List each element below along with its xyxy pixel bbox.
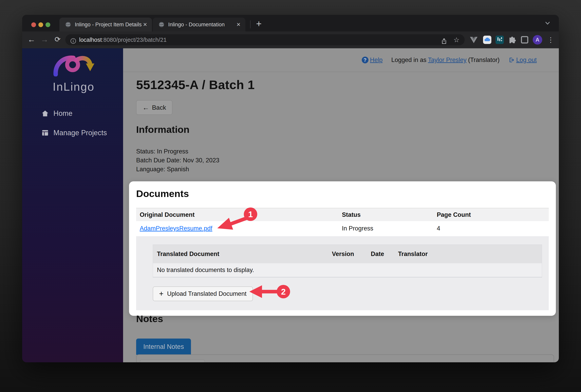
logged-in-prefix: Logged in as	[391, 56, 427, 64]
tab-title: Inlingo - Project Item Details	[75, 22, 143, 28]
sidebar-item-label: Manage Projects	[53, 129, 107, 137]
col-version: Version	[328, 245, 367, 263]
empty-message: No translated documents to display.	[153, 263, 542, 277]
logged-in-status: Logged in as Taylor Presley (Translator)	[391, 56, 500, 64]
user-role: (Translator)	[468, 56, 500, 64]
address-bar[interactable]: localhost:8080/project/23/batch/21 ☆	[65, 34, 465, 45]
table-row: AdamPresleysResume.pdf In Progress 4	[136, 221, 549, 236]
information-heading: Information	[136, 124, 189, 135]
notes-panel	[136, 354, 554, 362]
forward-button[interactable]: →	[39, 32, 50, 48]
row-status: In Progress	[338, 221, 433, 236]
info-language: Language: Spanish	[136, 165, 219, 174]
upload-translated-document-button[interactable]: + Upload Translated Document	[153, 286, 253, 301]
sidebar-item-label: Home	[53, 109, 72, 118]
user-name-link[interactable]: Taylor Presley	[428, 56, 467, 64]
help-link[interactable]: ? Help	[362, 56, 383, 64]
row-page-count: 4	[433, 221, 549, 236]
col-translated-document: Translated Document	[153, 245, 328, 263]
reload-button[interactable]: ⟳	[52, 32, 63, 48]
translations-section: Translated Document Version Date Transla…	[136, 236, 549, 310]
tab-divider	[250, 20, 251, 28]
translated-documents-table: Translated Document Version Date Transla…	[153, 244, 542, 277]
globe-favicon-icon	[158, 22, 165, 28]
browser-toolbar: ← → ⟳ localhost:8080/project/23/batch/21…	[22, 32, 559, 48]
browser-window: Inlingo - Project Item Details ✕ Inlingo…	[22, 15, 559, 362]
col-translator: Translator	[394, 245, 542, 263]
vue-devtools-extension-icon[interactable]	[469, 35, 479, 44]
col-date: Date	[367, 245, 394, 263]
sidebar-nav: Home Manage Projects	[22, 108, 123, 146]
tab-search-chevron-icon[interactable]	[544, 21, 551, 26]
logout-link[interactable]: Log out	[508, 56, 537, 64]
col-status: Status	[338, 208, 433, 221]
information-lines: Status: In Progress Batch Due Date: Nov …	[136, 147, 219, 174]
page-title: 5512345-A / Batch 1	[136, 78, 255, 92]
tab-project-item-details[interactable]: Inlingo - Project Item Details ✕	[59, 18, 152, 32]
icloud-extension-icon[interactable]	[483, 35, 492, 44]
col-original-document: Original Document	[136, 208, 338, 221]
extensions-puzzle-icon[interactable]	[507, 35, 517, 44]
original-document-link[interactable]: AdamPresleysResume.pdf	[140, 225, 212, 232]
info-status: Status: In Progress	[136, 147, 219, 156]
url-path: :8080/project/23/batch/21	[102, 37, 166, 43]
url-host: localhost	[79, 37, 102, 43]
sidebar-item-manage-projects[interactable]: Manage Projects	[41, 127, 123, 138]
upload-label: Upload Translated Document	[167, 290, 247, 297]
documents-card: Documents Original Document Status Page …	[129, 181, 556, 316]
minimize-window-button[interactable]	[38, 22, 43, 27]
inlingo-logo: InLingo	[41, 54, 106, 93]
side-panel-icon[interactable]	[520, 35, 529, 44]
help-icon: ?	[362, 56, 369, 63]
back-page-button[interactable]: ← Back	[136, 100, 172, 115]
info-due-date: Batch Due Date: Nov 30, 2023	[136, 156, 219, 165]
page-header: ? Help Logged in as Taylor Presley (Tran…	[123, 48, 559, 72]
projects-grid-icon	[41, 130, 50, 136]
plus-icon: +	[159, 290, 163, 298]
share-icon[interactable]	[441, 37, 447, 48]
tab-strip: Inlingo - Project Item Details ✕ Inlingo…	[22, 15, 559, 32]
close-window-button[interactable]	[31, 22, 36, 27]
main-content: ? Help Logged in as Taylor Presley (Tran…	[123, 48, 559, 362]
tab-internal-notes[interactable]: Internal Notes	[136, 338, 191, 355]
site-info-icon[interactable]	[70, 37, 76, 48]
app-sidebar: InLingo Home Manage Projects	[22, 48, 123, 362]
notes-panel-button[interactable]	[140, 360, 205, 362]
tab-documentation[interactable]: Inlingo - Documentation ✕	[153, 18, 245, 32]
url-text: localhost:8080/project/23/batch/21	[79, 34, 167, 45]
back-label: Back	[152, 104, 166, 111]
globe-favicon-icon	[65, 22, 71, 28]
empty-row: No translated documents to display.	[153, 263, 542, 277]
brand-wordmark: InLingo	[41, 80, 106, 93]
inlingo-logo-icon	[52, 54, 95, 76]
back-arrow-icon: ←	[142, 104, 149, 112]
profile-avatar[interactable]: A	[533, 35, 542, 44]
sidebar-item-home[interactable]: Home	[41, 108, 123, 119]
tab-close-icon[interactable]: ✕	[236, 22, 241, 28]
col-page-count: Page Count	[433, 208, 549, 221]
home-icon	[41, 110, 50, 117]
teal-extension-icon[interactable]	[495, 35, 505, 44]
documents-heading: Documents	[136, 188, 549, 199]
logout-icon	[508, 57, 514, 63]
zoom-window-button[interactable]	[45, 22, 50, 27]
browser-menu-icon[interactable]: ⋮	[547, 35, 553, 44]
help-label[interactable]: Help	[370, 56, 383, 64]
logout-label[interactable]: Log out	[516, 56, 537, 64]
back-button[interactable]: ←	[26, 32, 37, 48]
tab-title: Inlingo - Documentation	[168, 22, 236, 28]
notes-heading: Notes	[136, 313, 163, 324]
tab-close-icon[interactable]: ✕	[143, 22, 147, 28]
bookmark-star-icon[interactable]: ☆	[454, 34, 460, 45]
documents-table: Original Document Status Page Count Adam…	[136, 208, 549, 236]
new-tab-button[interactable]: +	[253, 18, 265, 30]
